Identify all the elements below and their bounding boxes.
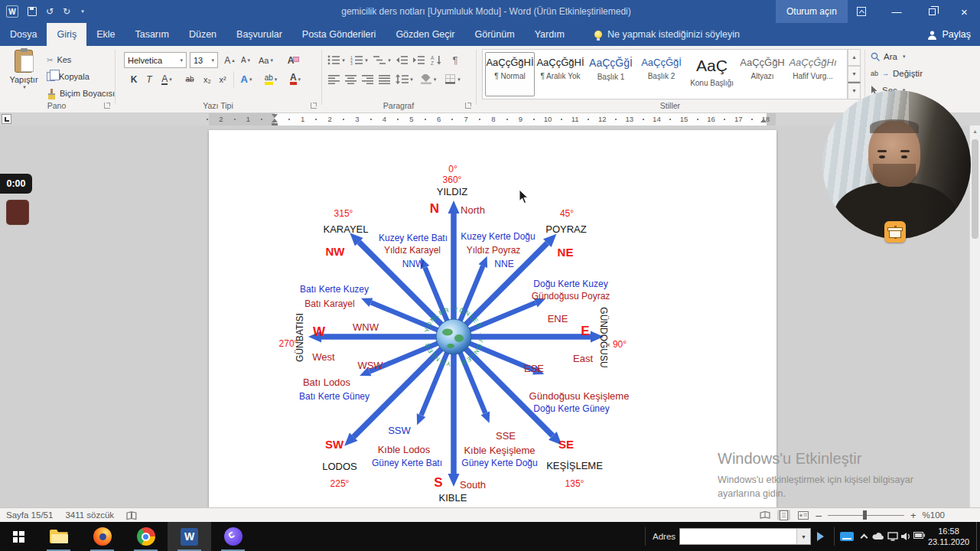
first-line-indent-marker[interactable] bbox=[272, 114, 278, 118]
share-button[interactable]: Paylaş bbox=[927, 23, 971, 46]
zoom-out-button[interactable]: – bbox=[816, 509, 822, 521]
gift-button[interactable] bbox=[884, 221, 906, 243]
page-indicator[interactable]: Sayfa 15/51 bbox=[6, 510, 53, 520]
start-button[interactable] bbox=[0, 522, 37, 551]
dialog-launcher-icon[interactable] bbox=[104, 103, 110, 109]
ribbon-display-options-button[interactable] bbox=[848, 0, 875, 23]
qat-menu-icon[interactable]: ▾ bbox=[81, 8, 84, 15]
undo-icon[interactable]: ↺ bbox=[46, 0, 54, 23]
tab-görünüm[interactable]: Görünüm bbox=[465, 23, 525, 46]
tab-tasarım[interactable]: Tasarım bbox=[125, 23, 178, 46]
tellme-box[interactable]: Ne yapmak istediğinizi söyleyin bbox=[594, 23, 740, 46]
redo-icon[interactable]: ↻ bbox=[63, 0, 70, 23]
horizontal-ruler[interactable]: 21123456789101112131415161718 bbox=[0, 113, 980, 126]
scroll-up-icon[interactable]: ▲ bbox=[972, 129, 978, 134]
style-card[interactable]: AaÇçĞğHıHafif Vurg... bbox=[788, 52, 838, 96]
style-card[interactable]: AaÇçĞğHİ¶ Normal bbox=[485, 52, 535, 96]
dialog-launcher-icon[interactable] bbox=[465, 103, 471, 109]
taskbar-firefox[interactable] bbox=[80, 522, 124, 551]
right-indent-marker[interactable] bbox=[760, 119, 767, 122]
text-effects-button[interactable]: A▾ bbox=[236, 71, 256, 87]
web-layout-button[interactable] bbox=[796, 510, 809, 520]
styles-scroll-up-icon[interactable]: ▴ bbox=[848, 49, 861, 66]
tray-battery-icon[interactable] bbox=[913, 532, 925, 539]
copy-button[interactable]: Kopyala bbox=[44, 69, 92, 84]
underline-button[interactable]: A▾ bbox=[157, 71, 177, 87]
recorder-stop-button[interactable] bbox=[6, 200, 29, 225]
signin-button[interactable]: Oturum açın bbox=[776, 0, 848, 23]
tray-network-icon[interactable] bbox=[887, 532, 898, 541]
tab-düzen[interactable]: Düzen bbox=[179, 23, 226, 46]
line-spacing-button[interactable]: ▾ bbox=[394, 71, 415, 87]
styles-more-icon[interactable]: ▾ bbox=[848, 82, 861, 99]
dialog-launcher-icon[interactable] bbox=[311, 103, 317, 109]
taskbar-file-explorer[interactable] bbox=[37, 522, 80, 551]
print-layout-button[interactable] bbox=[777, 510, 790, 520]
style-card[interactable]: AaÇKonu Başlığı bbox=[687, 52, 737, 96]
cut-button[interactable]: ✂ Kes bbox=[44, 52, 73, 67]
tab-posta gönderileri[interactable]: Posta Gönderileri bbox=[292, 23, 386, 46]
font-name-select[interactable]: Helvetica▾ bbox=[124, 52, 187, 68]
italic-button[interactable]: T bbox=[142, 71, 156, 87]
styles-scroll-down-icon[interactable]: ▾ bbox=[848, 66, 861, 83]
replace-button[interactable]: ab→ Değiştir bbox=[871, 69, 923, 78]
address-go-icon[interactable] bbox=[817, 532, 824, 541]
paste-button[interactable]: Yapıştır ▾ bbox=[6, 49, 41, 108]
hanging-indent-marker[interactable] bbox=[272, 119, 278, 122]
shrink-font-button[interactable]: A▾ bbox=[238, 52, 253, 68]
zoom-level[interactable]: %100 bbox=[923, 510, 945, 520]
read-mode-button[interactable] bbox=[758, 510, 771, 520]
document-page[interactable]: YÖNLER · YÖNLER · YÖNLER · YÖNLER · 0°36… bbox=[209, 130, 777, 507]
style-card[interactable]: AaÇçĞğHİ¶ Aralık Yok bbox=[536, 52, 585, 96]
zoom-in-button[interactable]: + bbox=[910, 510, 917, 521]
taskbar-clock[interactable]: 16:58 23.11.2020 bbox=[924, 526, 973, 547]
highlight-button[interactable]: ab▾ bbox=[259, 71, 282, 87]
zoom-slider-thumb[interactable] bbox=[863, 510, 867, 520]
taskbar-chrome[interactable] bbox=[124, 522, 168, 551]
tab-yardım[interactable]: Yardım bbox=[525, 23, 575, 46]
vertical-scrollbar[interactable]: ▲ bbox=[969, 126, 980, 507]
tab-dosya[interactable]: Dosya bbox=[0, 23, 47, 46]
save-icon[interactable] bbox=[28, 7, 37, 16]
grow-font-button[interactable]: A▴ bbox=[222, 52, 237, 68]
clear-formatting-button[interactable]: A bbox=[282, 52, 300, 68]
font-color-button[interactable]: A▾ bbox=[285, 71, 306, 87]
tab-selector[interactable] bbox=[2, 114, 11, 124]
style-card[interactable]: AaÇçĞğİBaşlık 1 bbox=[586, 52, 636, 96]
taskbar-word[interactable]: W bbox=[168, 522, 211, 551]
bold-button[interactable]: K bbox=[127, 71, 141, 87]
show-desktop-button[interactable] bbox=[976, 522, 980, 551]
numbering-button[interactable]: 123 ▾ bbox=[349, 52, 370, 68]
taskbar-recorder-app[interactable] bbox=[211, 522, 255, 551]
tab-giriş[interactable]: Giriş bbox=[47, 23, 86, 46]
scrollbar-thumb[interactable] bbox=[972, 139, 978, 239]
tray-cloud-icon[interactable] bbox=[872, 532, 884, 540]
word-count[interactable]: 3411 sözcük bbox=[65, 510, 114, 520]
tab-ekle[interactable]: Ekle bbox=[86, 23, 125, 46]
superscript-button[interactable]: x² bbox=[215, 71, 230, 87]
restore-button[interactable] bbox=[915, 0, 949, 23]
show-paragraph-marks-button[interactable]: ¶ bbox=[448, 52, 462, 68]
format-painter-button[interactable]: Biçim Boyacısı bbox=[44, 86, 117, 101]
increase-indent-button[interactable] bbox=[411, 52, 426, 68]
address-dropdown-icon[interactable]: ▼ bbox=[796, 529, 810, 544]
multilevel-list-button[interactable]: ▾ bbox=[372, 52, 392, 68]
align-center-button[interactable] bbox=[343, 71, 358, 87]
font-size-select[interactable]: 13▾ bbox=[190, 52, 218, 68]
proofing-book-icon[interactable] bbox=[126, 511, 137, 520]
address-input[interactable]: ▼ bbox=[679, 528, 811, 545]
zoom-slider[interactable] bbox=[828, 510, 904, 520]
find-button[interactable]: Ara ▾ bbox=[871, 52, 905, 61]
change-case-button[interactable]: Aa▾ bbox=[256, 52, 276, 68]
close-button[interactable]: × bbox=[949, 0, 980, 23]
minimize-button[interactable]: — bbox=[880, 0, 913, 23]
tab-gözden geçir[interactable]: Gözden Geçir bbox=[386, 23, 464, 46]
align-right-button[interactable] bbox=[360, 71, 375, 87]
align-left-button[interactable] bbox=[326, 71, 341, 87]
tray-chevron-up-icon[interactable] bbox=[861, 534, 868, 542]
strikethrough-button[interactable]: ab bbox=[181, 71, 199, 87]
style-card[interactable]: AaÇçĞğHAltyazı bbox=[737, 52, 787, 96]
bullets-button[interactable]: ▾ bbox=[326, 52, 347, 68]
justify-button[interactable] bbox=[376, 71, 392, 87]
shading-button[interactable]: ▾ bbox=[418, 71, 439, 87]
